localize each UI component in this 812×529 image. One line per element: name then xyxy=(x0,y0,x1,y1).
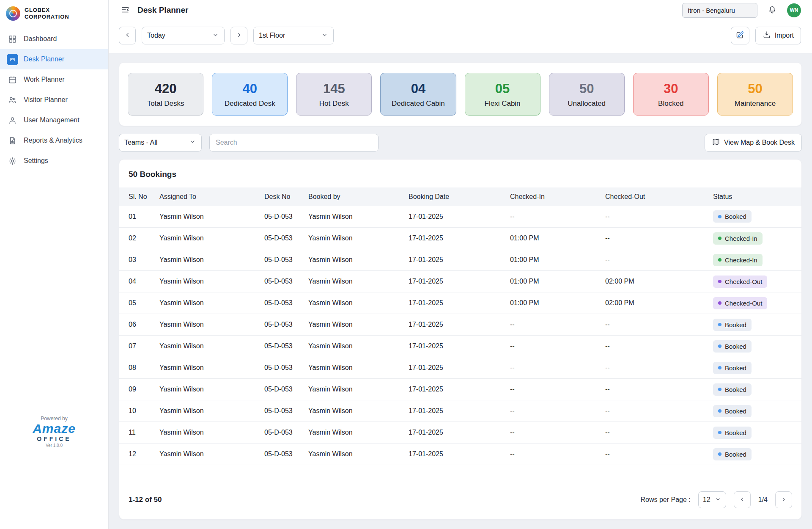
cell-booking-date: 17-01-2025 xyxy=(409,292,510,314)
sidebar-item-dashboard[interactable]: Dashboard xyxy=(0,29,108,49)
rows-per-page-label: Rows per Page : xyxy=(640,496,690,504)
cell-assigned-to: Yasmin Wilson xyxy=(159,400,264,422)
stat-card[interactable]: 30 Blocked xyxy=(633,73,709,116)
pagination-range: 1-12 of 50 xyxy=(129,496,162,504)
cell-sl-no: 11 xyxy=(119,422,159,444)
rows-per-page-selector[interactable]: 12 xyxy=(698,491,726,508)
import-button[interactable]: Import xyxy=(755,27,801,44)
edit-layout-button[interactable] xyxy=(731,27,749,44)
search-input[interactable] xyxy=(209,134,379,152)
stat-card[interactable]: 145 Hot Desk xyxy=(296,73,372,116)
sidebar-item-visitor-planner[interactable]: Visitor Planner xyxy=(0,90,108,110)
brand-name: GLOBEX CORPORATION xyxy=(25,7,69,20)
column-header: Checked-In xyxy=(510,187,605,206)
sidebar-menu: Dashboard Desk Planner Work Planner Visi… xyxy=(0,26,108,174)
rows-per-page-value: 12 xyxy=(703,496,710,504)
stat-card[interactable]: 40 Dedicated Desk xyxy=(212,73,288,116)
stat-card[interactable]: 420 Total Desks xyxy=(128,73,203,116)
page-prev-button[interactable] xyxy=(734,491,751,508)
cell-booked-by: Yasmin Wilson xyxy=(308,379,409,400)
cell-checked-out: -- xyxy=(605,444,713,465)
cell-booked-by: Yasmin Wilson xyxy=(308,314,409,336)
status-label: Checked-In xyxy=(725,235,757,242)
cell-booked-by: Yasmin Wilson xyxy=(308,292,409,314)
table-row: 11 Yasmin Wilson 05-D-053 Yasmin Wilson … xyxy=(119,422,801,444)
sidebar-item-user-management[interactable]: User Management xyxy=(0,110,108,130)
status-dot xyxy=(718,344,721,348)
stat-card[interactable]: 05 Flexi Cabin xyxy=(465,73,540,116)
page-title: Desk Planner xyxy=(137,6,188,15)
view-map-book-desk-button[interactable]: View Map & Book Desk xyxy=(705,134,802,152)
desk-planner-icon xyxy=(7,54,18,65)
cell-checked-in: -- xyxy=(510,400,605,422)
table-row: 01 Yasmin Wilson 05-D-053 Yasmin Wilson … xyxy=(119,206,801,228)
cell-desk-no: 05-D-053 xyxy=(264,422,308,444)
brand-name-line2: CORPORATION xyxy=(25,14,69,20)
cell-assigned-to: Yasmin Wilson xyxy=(159,249,264,271)
stat-card[interactable]: 50 Unallocated xyxy=(549,73,625,116)
cell-checked-out: 02:00 PM xyxy=(605,292,713,314)
stat-card[interactable]: 04 Dedicated Cabin xyxy=(380,73,456,116)
cell-booking-date: 17-01-2025 xyxy=(409,444,510,465)
stat-card-value: 50 xyxy=(552,81,622,96)
cell-checked-in: -- xyxy=(510,357,605,379)
cell-assigned-to: Yasmin Wilson xyxy=(159,271,264,292)
cell-checked-out: -- xyxy=(605,249,713,271)
cell-desk-no: 05-D-053 xyxy=(264,228,308,249)
status-dot xyxy=(718,280,721,283)
floor-selector[interactable]: 1st Floor xyxy=(253,27,334,44)
status-dot xyxy=(718,388,721,391)
sidebar-item-reports-analytics[interactable]: Reports & Analytics xyxy=(0,130,108,151)
cell-booking-date: 17-01-2025 xyxy=(409,271,510,292)
notifications-button[interactable] xyxy=(766,3,779,17)
column-header: Booked by xyxy=(308,187,409,206)
pager: Rows per Page : 12 1/4 xyxy=(640,491,792,508)
status-label: Booked xyxy=(725,321,746,328)
date-selector[interactable]: Today xyxy=(142,27,225,44)
cell-booking-date: 17-01-2025 xyxy=(409,228,510,249)
sidebar-item-settings[interactable]: Settings xyxy=(0,151,108,171)
table-row: 05 Yasmin Wilson 05-D-053 Yasmin Wilson … xyxy=(119,292,801,314)
cell-booking-date: 17-01-2025 xyxy=(409,206,510,228)
cell-booked-by: Yasmin Wilson xyxy=(308,249,409,271)
status-badge: Checked-Out xyxy=(713,297,767,309)
stat-card-label: Maintenance xyxy=(720,99,790,108)
amaze-office-logo: Amaze OFFICE xyxy=(0,422,108,442)
stat-card[interactable]: 50 Maintenance xyxy=(717,73,793,116)
sidebar-item-work-planner[interactable]: Work Planner xyxy=(0,69,108,90)
page-next-button[interactable] xyxy=(775,491,792,508)
status-label: Booked xyxy=(725,364,746,372)
stat-card-value: 05 xyxy=(468,81,538,96)
status-badge: Booked xyxy=(713,383,752,396)
teams-selector-value: Teams - All xyxy=(124,139,157,146)
map-icon xyxy=(712,138,720,148)
cell-sl-no: 06 xyxy=(119,314,159,336)
brand: GLOBEX CORPORATION xyxy=(0,0,108,26)
teams-selector[interactable]: Teams - All xyxy=(119,134,202,152)
avatar[interactable]: WN xyxy=(787,3,801,17)
cell-booking-date: 17-01-2025 xyxy=(409,357,510,379)
report-icon xyxy=(7,135,18,146)
filters-row: Teams - All View Map & Book Desk xyxy=(119,134,802,152)
import-label: Import xyxy=(775,32,794,39)
table-row: 12 Yasmin Wilson 05-D-053 Yasmin Wilson … xyxy=(119,444,801,465)
office-logo-text: OFFICE xyxy=(0,435,108,442)
stats-panel: 420 Total Desks 40 Dedicated Desk 145 Ho… xyxy=(119,62,802,126)
location-selector[interactable]: Itron - Bengaluru xyxy=(682,3,757,18)
status-badge: Booked xyxy=(713,427,752,439)
column-header: Assigned To xyxy=(159,187,264,206)
stat-card-value: 420 xyxy=(131,81,200,96)
cell-desk-no: 05-D-053 xyxy=(264,206,308,228)
date-next-button[interactable] xyxy=(230,27,247,44)
cell-desk-no: 05-D-053 xyxy=(264,292,308,314)
date-prev-button[interactable] xyxy=(119,27,136,44)
user-icon xyxy=(7,115,18,126)
status-dot xyxy=(718,258,721,262)
sidebar-toggle-button[interactable] xyxy=(119,3,132,17)
cell-sl-no: 09 xyxy=(119,379,159,400)
table-row: 09 Yasmin Wilson 05-D-053 Yasmin Wilson … xyxy=(119,379,801,400)
sidebar-item-desk-planner[interactable]: Desk Planner xyxy=(0,49,108,69)
cell-desk-no: 05-D-053 xyxy=(264,314,308,336)
cell-sl-no: 10 xyxy=(119,400,159,422)
status-dot xyxy=(718,431,721,434)
